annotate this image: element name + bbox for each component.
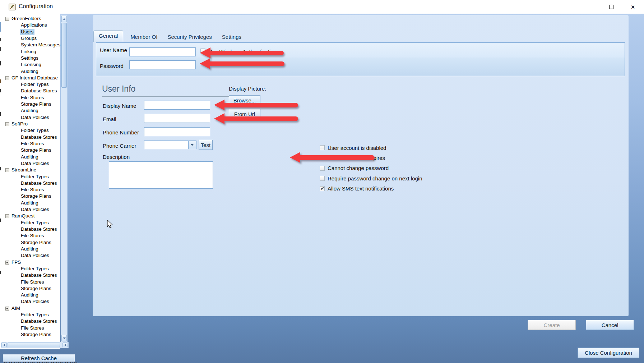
windows-auth-checkbox[interactable]	[200, 49, 205, 54]
collapse-icon[interactable]	[5, 168, 9, 172]
tree-item-settings[interactable]: Settings	[0, 55, 60, 61]
tree-item-database-stores[interactable]: Database Stores	[0, 134, 60, 141]
tree-item-file-stores[interactable]: File Stores	[0, 187, 60, 193]
refresh-cache-button[interactable]: Refresh Cache	[3, 354, 75, 362]
tree-item-data-policies[interactable]: Data Policies	[0, 252, 60, 259]
email-field[interactable]	[144, 114, 210, 123]
create-button[interactable]: Create	[528, 320, 576, 330]
tree-item-database-stores[interactable]: Database Stores	[0, 88, 60, 94]
phone-number-field[interactable]	[144, 127, 210, 136]
tree-item-storage-plans[interactable]: Storage Plans	[0, 101, 60, 107]
tree-item-storage-plans[interactable]: Storage Plans	[0, 285, 60, 292]
password-never-expires-checkbox[interactable]	[320, 155, 325, 160]
allow-sms-text-notifications-checkbox[interactable]	[320, 186, 325, 191]
tree-item-licensing[interactable]: Licensing	[0, 61, 60, 68]
tree-item-auditing[interactable]: Auditing	[0, 154, 60, 160]
tree-group-softpro[interactable]: SoftPro	[0, 121, 60, 127]
scroll-down-button[interactable]	[61, 335, 67, 341]
display-picture-label: Display Picture:	[229, 86, 266, 92]
maximize-button[interactable]	[603, 0, 620, 14]
tree-group-gf-internal-database[interactable]: GF Internal Database	[0, 75, 60, 81]
tree-item-groups[interactable]: Groups	[0, 35, 60, 42]
tree-item-folder-types[interactable]: Folder Types	[0, 220, 60, 226]
arrow-up-icon	[63, 18, 66, 20]
tree-item-file-stores[interactable]: File Stores	[0, 233, 60, 239]
tree-item-storage-plans[interactable]: Storage Plans	[0, 239, 60, 246]
tree-item-linking[interactable]: Linking	[0, 49, 60, 55]
tree-group-label: FPS	[11, 259, 21, 266]
collapse-icon[interactable]	[5, 17, 9, 21]
tab-security-privileges[interactable]: Security Privileges	[162, 33, 217, 42]
tree-item-data-policies[interactable]: Data Policies	[0, 298, 60, 305]
browse-button[interactable]: Browse...	[229, 95, 260, 105]
collapse-icon[interactable]	[5, 122, 9, 126]
collapse-icon[interactable]	[5, 307, 9, 311]
tree-group-fps[interactable]: FPS	[0, 259, 60, 266]
tab-member-of[interactable]: Member Of	[125, 33, 162, 42]
tree-item-auditing[interactable]: Auditing	[0, 107, 60, 114]
tree-item-storage-plans[interactable]: Storage Plans	[0, 331, 60, 338]
cannot-change-password-checkbox[interactable]	[320, 166, 325, 171]
description-field[interactable]	[109, 161, 213, 189]
tree-item-label: File Stores	[21, 141, 44, 147]
tree-item-file-stores[interactable]: File Stores	[0, 141, 60, 147]
close-configuration-button[interactable]: Close Configuration	[578, 348, 639, 358]
tree-item-database-stores[interactable]: Database Stores	[0, 318, 60, 325]
user-account-is-disabled-checkbox[interactable]	[320, 145, 325, 150]
tree-item-auditing[interactable]: Auditing	[0, 68, 60, 75]
test-button[interactable]: Test	[199, 140, 213, 150]
tree-group-aim[interactable]: AIM	[0, 305, 60, 312]
tree-item-label: Storage Plans	[21, 331, 51, 338]
tree-group-ramquest[interactable]: RamQuest	[0, 213, 60, 219]
tab-settings[interactable]: Settings	[217, 33, 246, 42]
tree-item-folder-types[interactable]: Folder Types	[0, 312, 60, 318]
collapse-icon[interactable]	[5, 261, 9, 265]
scroll-up-button[interactable]	[61, 16, 67, 22]
tree-item-folder-types[interactable]: Folder Types	[0, 266, 60, 272]
tree-item-auditing[interactable]: Auditing	[0, 246, 60, 252]
cancel-button[interactable]: Cancel	[586, 320, 634, 330]
tree-item-data-policies[interactable]: Data Policies	[0, 160, 60, 167]
scroll-left-button[interactable]	[1, 343, 7, 347]
horizontal-scroll-thumb[interactable]	[8, 343, 60, 347]
tree-item-folder-types[interactable]: Folder Types	[0, 81, 60, 88]
tree-icon-fragment	[0, 22, 1, 32]
tree-item-storage-plans[interactable]: Storage Plans	[0, 193, 60, 199]
tree-item-auditing[interactable]: Auditing	[0, 292, 60, 298]
tree-vertical-scrollbar[interactable]	[61, 15, 68, 342]
close-button[interactable]: ✕	[625, 0, 641, 14]
vertical-scroll-thumb[interactable]	[61, 23, 67, 88]
tree-item-file-stores[interactable]: File Stores	[0, 95, 60, 101]
tree-group-streamline[interactable]: StreamLine	[0, 167, 60, 173]
tree-item-auditing[interactable]: Auditing	[0, 200, 60, 206]
tab-general[interactable]: General	[93, 30, 123, 42]
tree-item-database-stores[interactable]: Database Stores	[0, 180, 60, 187]
from-url-button[interactable]: From Url	[229, 109, 260, 119]
scroll-right-button[interactable]	[62, 343, 68, 347]
collapse-icon[interactable]	[5, 76, 9, 80]
display-name-field[interactable]	[144, 101, 210, 110]
password-field[interactable]	[129, 60, 196, 69]
tree-item-label: Data Policies	[21, 160, 49, 167]
tree-item-folder-types[interactable]: Folder Types	[0, 127, 60, 134]
tree-horizontal-scrollbar[interactable]	[1, 342, 69, 348]
collapse-icon[interactable]	[5, 214, 9, 218]
tree-item-storage-plans[interactable]: Storage Plans	[0, 147, 60, 153]
tree-item-file-stores[interactable]: File Stores	[0, 279, 60, 285]
tree-item-applications[interactable]: Applications	[0, 22, 60, 28]
chevron-down-icon[interactable]	[188, 141, 196, 149]
tree-group-greenfolders[interactable]: GreenFolders	[0, 15, 60, 22]
tree-item-database-stores[interactable]: Database Stores	[0, 272, 60, 279]
tree-item-database-stores[interactable]: Database Stores	[0, 226, 60, 233]
tree-item-data-policies[interactable]: Data Policies	[0, 206, 60, 213]
tree-item-system-messages[interactable]: System Messages	[0, 42, 60, 48]
minimize-button[interactable]	[582, 0, 599, 14]
require-password-change-on-next-login-checkbox[interactable]	[320, 176, 325, 181]
user-name-field[interactable]	[129, 47, 196, 56]
tree-item-data-policies[interactable]: Data Policies	[0, 114, 60, 121]
phone-carrier-select[interactable]	[144, 141, 196, 149]
tree-item-users[interactable]: Users	[0, 29, 60, 35]
tab-strip: GeneralMember OfSecurity PrivilegesSetti…	[93, 30, 246, 42]
tree-item-file-stores[interactable]: File Stores	[0, 325, 60, 331]
tree-item-folder-types[interactable]: Folder Types	[0, 174, 60, 180]
